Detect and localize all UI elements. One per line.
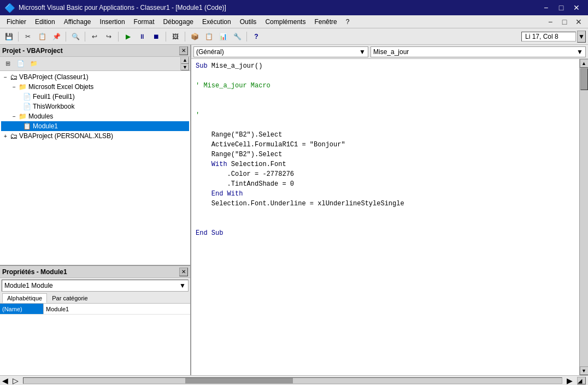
menu-outils[interactable]: Outils <box>236 15 261 28</box>
tree-excel-objects[interactable]: − 📁 Microsoft Excel Objets <box>1 82 189 92</box>
menu-help[interactable]: ? <box>342 15 354 28</box>
toolbar-sep-1 <box>18 32 19 42</box>
menu-execution[interactable]: Exécution <box>198 15 236 28</box>
toolbar-copy-btn[interactable]: 📋 <box>36 31 49 43</box>
toolbar-redo-btn[interactable]: ↪ <box>102 31 115 43</box>
scroll-up-btn[interactable]: ▲ <box>580 59 589 68</box>
toolbar-sep-2 <box>66 32 66 42</box>
status-scroll-track[interactable] <box>23 377 562 384</box>
toolbar-obj-btn[interactable]: 📊 <box>216 31 230 43</box>
code-line-1: Sub Mise_a_jour() <box>196 61 575 71</box>
menu-affichage[interactable]: Affichage <box>60 15 96 28</box>
toolbar-help-btn[interactable]: ? <box>250 31 263 43</box>
code-right-dropdown-value: Mise_a_jour <box>373 48 409 56</box>
tree-label-modules: Modules <box>28 112 53 120</box>
tree-label-personal: VBAProject (PERSONAL.XLSB) <box>19 132 113 140</box>
code-proc-dropdown[interactable]: Mise_a_jour ▼ <box>371 46 586 57</box>
thisworkbook-icon: 📄 <box>23 103 31 110</box>
status-left-arrow[interactable]: ◀ <box>2 376 8 385</box>
toolbar-undo-btn[interactable]: ↩ <box>88 31 101 43</box>
title-bar-title: Microsoft Visual Basic pour Applications… <box>19 4 226 11</box>
code-line-4 <box>196 91 575 100</box>
inner-minimize-button[interactable]: − <box>543 16 557 27</box>
props-object-dropdown[interactable]: Module1 Module ▼ <box>2 280 189 292</box>
toolbar-toolbox-btn[interactable]: 🔧 <box>231 31 244 43</box>
code-line-8: Range("B2").Select <box>196 130 575 140</box>
code-line-16 <box>196 209 575 218</box>
tree-personal-xlsb[interactable]: + 🗂 VBAProject (PERSONAL.XLSB) <box>1 131 189 141</box>
menu-format[interactable]: Format <box>130 15 159 28</box>
props-header: Propriétés - Module1 ✕ <box>0 266 190 278</box>
scroll-down-arrow[interactable]: ▼ <box>181 64 189 71</box>
code-line-2 <box>196 71 575 81</box>
toolbar-props-btn[interactable]: 📋 <box>202 31 215 43</box>
tree-expand-module1 <box>19 122 23 131</box>
scroll-thumb[interactable] <box>580 68 588 90</box>
tree-expand-feuil1 <box>19 92 23 101</box>
toolbar-design-btn[interactable]: 🖼 <box>169 31 182 43</box>
right-scrollbar: ▲ ▼ <box>579 59 588 375</box>
toolbar-stop-btn[interactable]: ⏹ <box>150 31 163 43</box>
status-resize-corner[interactable]: ◢ <box>577 377 586 384</box>
toolbar-cut-btn[interactable]: ✂ <box>21 31 34 43</box>
tree-modules[interactable]: − 📁 Modules <box>1 111 189 121</box>
status-right-arrow[interactable]: ▶ <box>567 376 573 385</box>
toolbar-find-btn[interactable]: 🔍 <box>69 31 82 43</box>
code-editor[interactable]: Sub Mise_a_jour() ' Mise_a_jour Macro ' … <box>191 59 579 375</box>
toolbar-dropdown-btn[interactable]: ▼ <box>577 31 586 43</box>
props-tab-category[interactable]: Par catégorie <box>47 293 92 303</box>
project-toggle-folders[interactable]: 📁 <box>27 58 40 70</box>
tree-vbaproject-classeur1[interactable]: − 🗂 VBAProject (Classeur1) <box>1 72 189 82</box>
scroll-up-arrow[interactable]: ▲ <box>181 57 189 64</box>
outer-close-button[interactable]: ✕ <box>569 2 584 13</box>
toolbar-project-btn[interactable]: 📦 <box>188 31 201 43</box>
toolbar-sep-6 <box>185 32 185 42</box>
tree-feuil1[interactable]: 📄 Feuil1 (Feuil1) <box>1 92 189 102</box>
code-line-7 <box>196 120 575 130</box>
tree-expand-excel[interactable]: − <box>10 82 19 91</box>
project-close-btn[interactable]: ✕ <box>179 46 188 55</box>
menu-insertion[interactable]: Insertion <box>96 15 130 28</box>
menu-fenetre[interactable]: Fenêtre <box>310 15 341 28</box>
props-tab-alphabetical[interactable]: Alphabétique <box>2 293 47 303</box>
toolbar-paste-btn[interactable]: 📌 <box>50 31 63 43</box>
project-vscroll[interactable]: ▲ ▼ <box>180 57 189 70</box>
project-view-code[interactable]: 📄 <box>14 58 27 70</box>
inner-restore-button[interactable]: □ <box>557 16 572 27</box>
personal-icon: 🗂 <box>10 132 17 140</box>
tree-module1[interactable]: 📋 Module1 <box>1 121 189 131</box>
project-view-object[interactable]: ⊞ <box>1 58 14 70</box>
inner-close-button[interactable]: ✕ <box>572 16 586 27</box>
tree-expand-modules[interactable]: − <box>10 112 19 121</box>
app-icon: 🔷 <box>4 3 15 13</box>
tree-thisworkbook[interactable]: 📄 ThisWorkbook <box>1 102 189 111</box>
menu-bar: Fichier Edition Affichage Insertion Form… <box>0 15 588 28</box>
code-line-5 <box>196 100 575 110</box>
tree-label-module1: Module1 <box>33 122 58 130</box>
menu-complements[interactable]: Compléments <box>261 15 310 28</box>
code-line-6: ' <box>196 110 575 120</box>
menu-edition[interactable]: Edition <box>31 15 60 28</box>
code-object-dropdown[interactable]: (Général) ▼ <box>193 46 368 57</box>
menu-fichier[interactable]: Fichier <box>2 15 31 28</box>
code-line-9: ActiveCell.FormulaR1C1 = "Bonjour" <box>196 140 575 150</box>
toolbar-break-btn[interactable]: ⏸ <box>136 31 149 43</box>
toolbar-run-btn[interactable]: ▶ <box>121 31 134 43</box>
props-close-btn[interactable]: ✕ <box>179 268 188 276</box>
props-name-cell[interactable]: (Name) <box>0 304 44 314</box>
toolbar-save-btn[interactable]: 💾 <box>2 31 15 43</box>
tree-label-thisworkbook: ThisWorkbook <box>33 103 74 110</box>
props-value-cell[interactable]: Module1 <box>44 304 190 314</box>
status-indent-arrow[interactable]: ▷ <box>13 376 19 385</box>
tree-expand-personal[interactable]: + <box>1 132 10 140</box>
code-left-dropdown-arrow: ▼ <box>359 48 366 56</box>
toolbar-sep-4 <box>118 32 119 42</box>
project-title: Projet - VBAProject <box>2 47 63 55</box>
code-panel: (Général) ▼ Mise_a_jour ▼ Sub Mise_a_jou… <box>191 45 588 375</box>
outer-maximize-button[interactable]: □ <box>554 2 568 13</box>
scroll-down-btn[interactable]: ▼ <box>580 366 589 375</box>
props-tabs: Alphabétique Par catégorie <box>0 293 190 304</box>
outer-minimize-button[interactable]: − <box>539 2 553 13</box>
menu-debogage[interactable]: Débogage <box>159 15 198 28</box>
tree-expand-classeur1[interactable]: − <box>1 73 10 81</box>
